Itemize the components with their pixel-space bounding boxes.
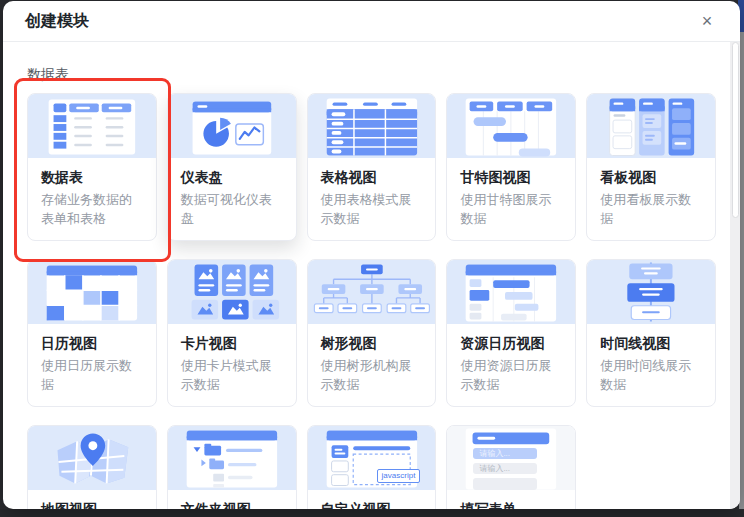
card-desc: 使用时间线展示数据 <box>600 356 702 394</box>
dialog-title: 创建模块 <box>25 11 89 32</box>
card-view-illustration <box>168 260 296 324</box>
data-table-illustration <box>28 94 156 158</box>
card-desc: 使用看板展示数据 <box>600 190 702 228</box>
create-module-dialog: 创建模块 × 数据表 <box>3 1 740 509</box>
card-form-fill[interactable]: 请输入... 请输入... 填写表单 <box>446 425 576 509</box>
table-view-illustration <box>308 94 436 158</box>
close-icon[interactable]: × <box>696 10 718 32</box>
card-desc: 使用日历展示数据 <box>41 356 143 394</box>
tree-view-illustration <box>308 260 436 324</box>
card-desc: 使用树形机构展示数据 <box>321 356 423 394</box>
javascript-tag: javascript <box>377 469 421 483</box>
card-desc: 使用表格模式展示数据 <box>321 190 423 228</box>
kanban-view-illustration <box>587 94 715 158</box>
card-title: 表格视图 <box>321 167 423 187</box>
card-calendar-view[interactable]: 日历视图 使用日历展示数据 <box>27 259 157 407</box>
map-view-icon <box>28 426 156 490</box>
card-title: 数据表 <box>41 167 143 187</box>
card-title: 文件夹视图 <box>181 499 283 509</box>
dialog-header: 创建模块 × <box>3 1 740 42</box>
custom-view-illustration: javascript <box>308 426 436 490</box>
tree-view-icon <box>308 260 436 324</box>
card-tree-view[interactable]: 树形视图 使用树形机构展示数据 <box>307 259 437 407</box>
resource-calendar-illustration <box>447 260 575 324</box>
dialog-content: 数据表 <box>3 42 740 509</box>
calendar-view-icon <box>28 260 156 324</box>
card-map-view[interactable]: 地图视图 <box>27 425 157 509</box>
card-desc: 存储业务数据的表单和表格 <box>41 190 143 228</box>
card-title: 时间线视图 <box>600 333 702 353</box>
map-view-illustration <box>28 426 156 490</box>
form-fill-illustration: 请输入... 请输入... <box>447 426 575 490</box>
form-input-placeholder: 请输入... <box>473 448 537 459</box>
dashboard-illustration <box>168 94 296 158</box>
card-title: 看板视图 <box>600 167 702 187</box>
card-title: 树形视图 <box>321 333 423 353</box>
form-input-placeholder: 请输入... <box>473 463 537 474</box>
resource-calendar-icon <box>447 260 575 324</box>
card-title: 卡片视图 <box>181 333 283 353</box>
gantt-view-illustration <box>447 94 575 158</box>
folder-view-icon <box>168 426 296 490</box>
section-label: 数据表 <box>27 64 716 84</box>
card-card-view[interactable]: 卡片视图 使用卡片模式展示数据 <box>167 259 297 407</box>
card-title: 日历视图 <box>41 333 143 353</box>
card-title: 自定义视图 <box>321 499 423 509</box>
timeline-view-illustration <box>587 260 715 324</box>
scrollbar-thumb[interactable] <box>732 42 739 218</box>
data-table-icon <box>28 94 156 158</box>
card-title: 地图视图 <box>41 499 143 509</box>
card-title: 填写表单 <box>460 499 562 509</box>
card-desc: 数据可视化仪表盘 <box>181 190 283 228</box>
dashboard-icon <box>168 94 296 158</box>
form-input-stub <box>473 478 537 490</box>
card-timeline-view[interactable]: 时间线视图 使用时间线展示数据 <box>586 259 716 407</box>
table-view-icon <box>308 94 436 158</box>
card-desc: 使用卡片模式展示数据 <box>181 356 283 394</box>
card-dashboard[interactable]: 仪表盘 数据可视化仪表盘 <box>167 93 297 241</box>
gantt-view-icon <box>447 94 575 158</box>
background-bottom-bar <box>0 509 744 517</box>
card-view-icon <box>168 260 296 324</box>
card-title: 甘特图视图 <box>460 167 562 187</box>
card-title: 资源日历视图 <box>460 333 562 353</box>
module-grid: 数据表 存储业务数据的表单和表格 <box>27 93 716 509</box>
card-kanban-view[interactable]: 看板视图 使用看板展示数据 <box>586 93 716 241</box>
card-table-view[interactable]: 表格视图 使用表格模式展示数据 <box>307 93 437 241</box>
card-gantt-view[interactable]: 甘特图视图 使用甘特图展示数据 <box>446 93 576 241</box>
card-folder-view[interactable]: 文件夹视图 <box>167 425 297 509</box>
card-title: 仪表盘 <box>181 167 283 187</box>
timeline-view-icon <box>587 260 715 324</box>
card-resource-calendar-view[interactable]: 资源日历视图 使用资源日历展示数据 <box>446 259 576 407</box>
folder-view-illustration <box>168 426 296 490</box>
card-desc: 使用资源日历展示数据 <box>460 356 562 394</box>
calendar-view-illustration <box>28 260 156 324</box>
card-data-table[interactable]: 数据表 存储业务数据的表单和表格 <box>27 93 157 241</box>
card-desc: 使用甘特图展示数据 <box>460 190 562 228</box>
card-custom-view[interactable]: javascript 自定义视图 <box>307 425 437 509</box>
kanban-view-icon <box>587 94 715 158</box>
